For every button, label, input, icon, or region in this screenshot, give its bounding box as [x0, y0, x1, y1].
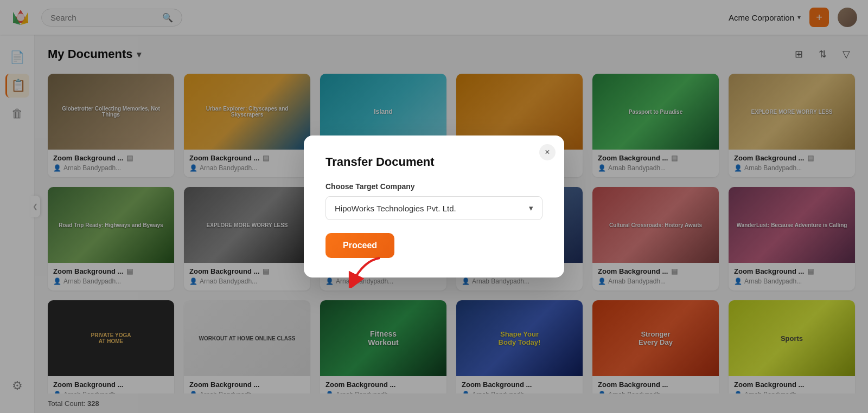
company-dropdown[interactable]: HipoWorks Technologies Pvt. Ltd. ▾ [326, 196, 542, 220]
arrow-annotation [347, 255, 391, 288]
modal-title: Transfer Document [326, 155, 542, 169]
company-selected-value: HipoWorks Technologies Pvt. Ltd. [335, 204, 456, 213]
modal-overlay: Transfer Document × Choose Target Compan… [0, 0, 868, 413]
dropdown-chevron-icon: ▾ [529, 203, 533, 213]
proceed-button[interactable]: Proceed [326, 233, 394, 258]
transfer-document-modal: Transfer Document × Choose Target Compan… [304, 135, 564, 278]
company-label: Choose Target Company [326, 182, 542, 191]
proceed-container: Proceed [326, 233, 394, 258]
modal-close-button[interactable]: × [539, 144, 556, 160]
